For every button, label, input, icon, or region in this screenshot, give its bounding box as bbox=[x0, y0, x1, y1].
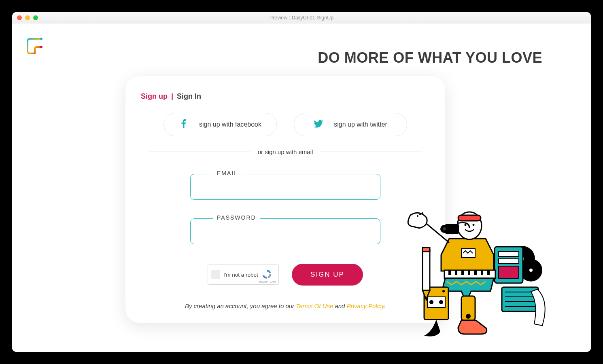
window-minimize-button[interactable] bbox=[25, 15, 30, 20]
preview-window: Preview : DailyUI-01-SignUp DO MORE OF W… bbox=[12, 12, 591, 352]
window-maximize-button[interactable] bbox=[33, 15, 38, 20]
tab-separator: | bbox=[170, 92, 175, 100]
svg-point-0 bbox=[40, 38, 42, 40]
signup-card: Sign up | Sign In sign up with facebook bbox=[125, 76, 445, 323]
svg-point-40 bbox=[419, 214, 421, 215]
svg-point-27 bbox=[439, 300, 443, 304]
password-label: PASSWORD bbox=[213, 214, 260, 221]
legal-suffix: . bbox=[384, 303, 386, 309]
tab-signup[interactable]: Sign up bbox=[141, 92, 168, 100]
recaptcha-widget[interactable]: I'm not a robot reCAPTCHA bbox=[208, 265, 279, 285]
window-title: Preview : DailyUI-01-SignUp bbox=[12, 15, 591, 21]
action-row: I'm not a robot reCAPTCHA SIGN UP bbox=[141, 264, 430, 286]
email-label: EMAIL bbox=[213, 170, 242, 176]
facebook-signup-label: sign up with facebook bbox=[199, 121, 261, 128]
recaptcha-icon bbox=[261, 269, 272, 281]
facebook-signup-button[interactable]: sign up with facebook bbox=[163, 113, 277, 136]
svg-point-29 bbox=[442, 290, 445, 292]
svg-rect-18 bbox=[455, 270, 457, 275]
window-close-button[interactable] bbox=[17, 15, 22, 20]
social-signup-row: sign up with facebook sign up with twitt… bbox=[141, 113, 430, 136]
svg-point-38 bbox=[443, 227, 446, 231]
svg-point-1 bbox=[40, 46, 42, 48]
recaptcha-checkbox[interactable] bbox=[211, 270, 220, 279]
robot-illustration bbox=[401, 202, 546, 340]
recaptcha-sublabel: reCAPTCHA bbox=[259, 280, 276, 283]
window-controls bbox=[17, 15, 38, 20]
twitter-signup-label: sign up with twitter bbox=[334, 121, 387, 128]
svg-rect-23 bbox=[487, 270, 490, 275]
signup-submit-button[interactable]: SIGN UP bbox=[292, 264, 363, 286]
svg-point-5 bbox=[529, 269, 533, 272]
svg-point-39 bbox=[417, 215, 418, 217]
email-input[interactable] bbox=[190, 174, 380, 200]
divider-line-left bbox=[149, 152, 251, 152]
svg-point-34 bbox=[465, 224, 467, 226]
svg-rect-19 bbox=[461, 270, 464, 275]
password-input[interactable] bbox=[190, 218, 380, 244]
svg-rect-42 bbox=[423, 250, 430, 290]
signup-divider: or sign up with email bbox=[149, 148, 422, 155]
twitter-icon bbox=[314, 119, 323, 130]
terms-of-use-link[interactable]: Terms Of Use bbox=[296, 303, 333, 309]
legal-prefix: By creating an account, you agree to our bbox=[185, 303, 296, 309]
svg-point-31 bbox=[466, 314, 471, 319]
divider-line-right bbox=[320, 152, 422, 152]
privacy-policy-link[interactable]: Privacy Policy bbox=[347, 303, 384, 309]
svg-point-35 bbox=[473, 224, 475, 226]
divider-text: or sign up with email bbox=[251, 148, 321, 155]
twitter-signup-button[interactable]: sign up with twitter bbox=[294, 113, 407, 136]
svg-rect-21 bbox=[474, 270, 477, 275]
svg-rect-7 bbox=[499, 252, 519, 256]
app-logo-icon bbox=[24, 36, 45, 57]
email-field-wrap: EMAIL bbox=[190, 174, 380, 200]
window-titlebar: Preview : DailyUI-01-SignUp bbox=[12, 12, 591, 23]
page-content: DO MORE OF WHAT YOU LOVE Sign up | Sign … bbox=[12, 23, 591, 352]
svg-rect-33 bbox=[458, 215, 481, 221]
legal-disclaimer: By creating an account, you agree to our… bbox=[141, 303, 430, 309]
recaptcha-text: I'm not a robot bbox=[223, 272, 258, 278]
svg-point-41 bbox=[422, 212, 423, 214]
password-field-wrap: PASSWORD bbox=[190, 218, 380, 244]
svg-rect-43 bbox=[423, 248, 430, 252]
auth-tabs: Sign up | Sign In bbox=[141, 92, 430, 101]
svg-rect-17 bbox=[448, 270, 451, 275]
svg-rect-22 bbox=[481, 270, 483, 275]
svg-point-26 bbox=[429, 300, 433, 304]
page-slogan: DO MORE OF WHAT YOU LOVE bbox=[318, 49, 542, 66]
tab-signin[interactable]: Sign In bbox=[177, 92, 201, 100]
facebook-icon bbox=[179, 119, 189, 130]
svg-rect-9 bbox=[499, 266, 519, 278]
svg-rect-20 bbox=[468, 270, 470, 275]
legal-mid: and bbox=[333, 303, 346, 309]
svg-rect-8 bbox=[499, 259, 519, 264]
